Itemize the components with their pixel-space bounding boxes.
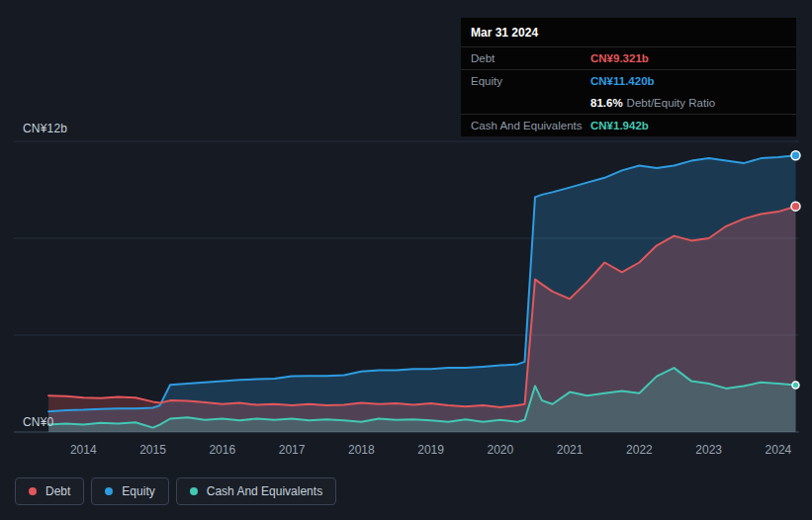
svg-text:2014: 2014 — [70, 443, 97, 457]
svg-text:2020: 2020 — [488, 443, 514, 457]
legend-equity-label: Equity — [122, 484, 154, 498]
chart-legend: Debt Equity Cash And Equivalents — [15, 477, 336, 505]
legend-cash-label: Cash And Equivalents — [207, 484, 322, 498]
y-axis-max-label: CN¥12b — [23, 122, 67, 135]
svg-text:2024: 2024 — [766, 443, 792, 457]
legend-debt-label: Debt — [45, 484, 70, 498]
tooltip-debt-value: CN¥9.321b — [590, 51, 649, 65]
tooltip-ratio-label: Debt/Equity Ratio — [627, 97, 716, 109]
tooltip-row-ratio: 81.6%Debt/Equity Ratio — [461, 92, 796, 114]
tooltip-ratio-value: 81.6% — [590, 97, 623, 109]
svg-text:2016: 2016 — [209, 443, 235, 457]
svg-text:2022: 2022 — [626, 443, 653, 457]
svg-text:2018: 2018 — [348, 443, 375, 457]
y-axis-zero-label: CN¥0 — [23, 415, 53, 429]
hover-tooltip: Mar 31 2024 Debt CN¥9.321b Equity CN¥11.… — [461, 18, 796, 136]
tooltip-row-equity: Equity CN¥11.420b — [461, 70, 796, 92]
svg-text:2023: 2023 — [695, 443, 722, 457]
cash-dot-icon — [190, 487, 198, 495]
svg-text:2021: 2021 — [557, 443, 584, 457]
svg-text:2017: 2017 — [279, 443, 306, 457]
legend-item-equity[interactable]: Equity — [91, 477, 168, 505]
tooltip-debt-label: Debt — [471, 51, 590, 65]
legend-item-cash[interactable]: Cash And Equivalents — [176, 477, 336, 505]
tooltip-date: Mar 31 2024 — [461, 18, 796, 46]
debt-equity-chart-panel: 2014201520162017201820192020202120222023… — [0, 0, 812, 520]
tooltip-equity-value: CN¥11.420b — [590, 74, 655, 88]
svg-text:2015: 2015 — [139, 443, 166, 457]
tooltip-cash-label: Cash And Equivalents — [471, 119, 590, 132]
svg-text:2019: 2019 — [417, 443, 444, 457]
tooltip-row-debt: Debt CN¥9.321b — [461, 47, 796, 69]
legend-item-debt[interactable]: Debt — [15, 477, 84, 505]
tooltip-row-cash: Cash And Equivalents CN¥1.942b — [461, 115, 796, 136]
tooltip-cash-value: CN¥1.942b — [590, 119, 649, 132]
debt-dot-icon — [29, 487, 37, 495]
equity-dot-icon — [105, 487, 113, 495]
tooltip-equity-label: Equity — [471, 74, 590, 88]
